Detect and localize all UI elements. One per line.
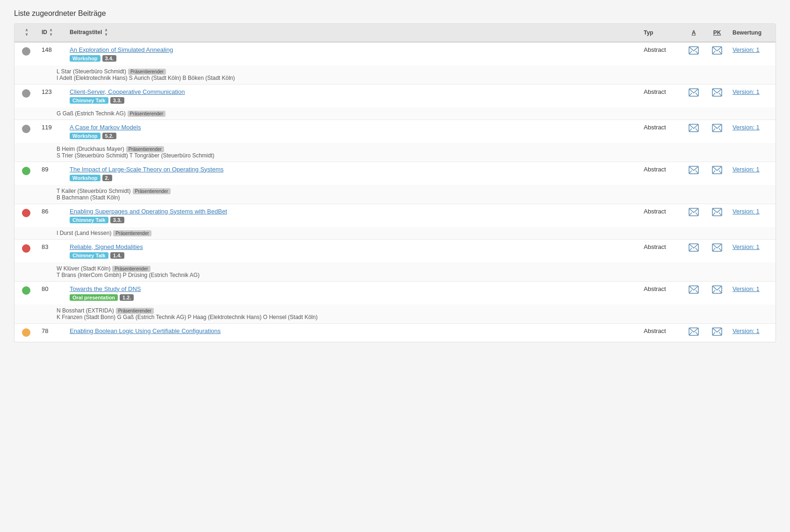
status-cell [14, 42, 38, 65]
author-cell: I Durst (Land Hessen)Präsentierender [14, 227, 776, 240]
tag-workshop: Workshop [70, 175, 101, 181]
mail-icon-pk[interactable] [712, 166, 722, 177]
mail-icon-pk[interactable] [712, 285, 722, 296]
entry-title-link[interactable]: The Impact of Large-Scale Theory on Oper… [70, 166, 223, 173]
bewertung-cell: Version: 1 [729, 239, 776, 262]
version-link[interactable]: Version: 1 [733, 124, 760, 131]
svg-line-23 [719, 170, 722, 174]
author-name: I Durst (Land Hessen) [57, 230, 111, 236]
nav-sort-arrows[interactable]: ∧ ∨ [25, 28, 28, 37]
tag-number: 5.2. [102, 133, 116, 139]
mail-icon-pk[interactable] [712, 124, 722, 135]
pk-cell [705, 162, 729, 185]
mail-icon-pk[interactable] [712, 88, 722, 99]
entry-title-link[interactable]: Client-Server, Cooperative Communication [70, 88, 185, 95]
table-row: 80Towards the Study of DNSOral presentat… [14, 281, 776, 305]
tag-number: 2. [102, 175, 112, 181]
version-link[interactable]: Version: 1 [733, 327, 760, 334]
id-cell: 123 [38, 84, 66, 107]
entry-title-link[interactable]: Towards the Study of DNS [70, 285, 141, 292]
svg-line-32 [696, 248, 698, 251]
pk-cell [705, 204, 729, 227]
col-title-label: Beitragstitel [70, 29, 102, 35]
svg-line-26 [696, 213, 698, 216]
author-row: B Heim (Druckhaus Mayer)PräsentierenderS… [14, 143, 776, 162]
svg-line-43 [689, 332, 692, 335]
status-cell [14, 281, 38, 305]
author-row: L Star (Steuerbüro Schmidt)Präsentierend… [14, 65, 776, 85]
presenter-badge: Präsentierender [128, 111, 165, 117]
mail-icon-a[interactable] [689, 166, 699, 177]
table-row: 86Enabling Superpages and Operating Syst… [14, 204, 776, 227]
tag-number: 3.3. [110, 217, 124, 223]
entry-title-link[interactable]: An Exploration of Simulated Annealing [70, 46, 173, 53]
tag-number: 1.4. [110, 252, 124, 259]
typ-cell: Abstract [640, 84, 682, 107]
title-sort-arrows[interactable]: ∧ ∨ [105, 28, 108, 37]
author-cell: B Heim (Druckhaus Mayer)PräsentierenderS… [14, 143, 776, 162]
table-row: 83Reliable, Signed ModalitiesChimney Tal… [14, 239, 776, 262]
entry-title-link[interactable]: Enabling Boolean Logic Using Certifiable… [70, 327, 221, 334]
svg-line-5 [719, 51, 722, 54]
svg-line-19 [689, 170, 692, 174]
status-dot [22, 125, 30, 133]
table-header-row: ∧ ∨ ID ∧ ∨ Beitragstitel ∧ ∨ [14, 24, 776, 42]
mail-icon-a[interactable] [689, 124, 699, 135]
svg-line-34 [712, 248, 715, 251]
bewertung-cell: Version: 1 [729, 281, 776, 305]
title-cell: Reliable, Signed ModalitiesChimney Talk1… [66, 239, 640, 262]
bewertung-cell: Version: 1 [729, 84, 776, 107]
svg-line-47 [719, 332, 722, 335]
typ-value: Abstract [644, 124, 666, 131]
a-cell [682, 162, 705, 185]
mail-icon-a[interactable] [689, 208, 699, 219]
mail-icon-pk[interactable] [712, 208, 722, 219]
entry-title-link[interactable]: Enabling Superpages and Operating System… [70, 208, 227, 215]
table-row: 148An Exploration of Simulated Annealing… [14, 42, 776, 65]
version-link[interactable]: Version: 1 [733, 243, 760, 250]
title-cell: Enabling Boolean Logic Using Certifiable… [66, 323, 640, 342]
page-title: Liste zugeordneter Beiträge [14, 9, 776, 18]
tags-container: Chimney Talk3.3. [70, 217, 636, 223]
author-cell: W Klüver (Stadt Köln)PräsentierenderT Br… [14, 262, 776, 282]
author-cell: N Bosshart (EXTRIDA)PräsentierenderK Fra… [14, 305, 776, 324]
presenter-badge: Präsentierender [112, 266, 150, 272]
col-a-label: A [692, 29, 696, 36]
status-cell [14, 84, 38, 107]
mail-icon-a[interactable] [689, 243, 699, 254]
mail-icon-a[interactable] [689, 46, 699, 57]
bewertung-cell: Version: 1 [729, 42, 776, 65]
title-cell: Enabling Superpages and Operating System… [66, 204, 640, 227]
author-name: B Heim (Druckhaus Mayer) [57, 146, 124, 152]
mail-icon-pk[interactable] [712, 46, 722, 57]
entry-title-link[interactable]: A Case for Markov Models [70, 124, 141, 131]
tag-workshop: Workshop [70, 133, 101, 139]
typ-value: Abstract [644, 46, 666, 53]
col-pk: PK [705, 24, 729, 42]
typ-value: Abstract [644, 327, 666, 334]
status-cell [14, 239, 38, 262]
version-link[interactable]: Version: 1 [733, 285, 760, 292]
svg-line-8 [696, 93, 698, 96]
author-name: T Kailer (Steuerbüro Schmidt) [57, 188, 131, 194]
version-link[interactable]: Version: 1 [733, 46, 760, 53]
mail-icon-pk[interactable] [712, 327, 722, 338]
id-sort-arrows[interactable]: ∧ ∨ [50, 28, 52, 37]
tags-container: Oral presentation1.2. [70, 294, 636, 301]
mail-icon-pk[interactable] [712, 243, 722, 254]
version-link[interactable]: Version: 1 [733, 166, 760, 173]
mail-icon-a[interactable] [689, 327, 699, 338]
entry-title-link[interactable]: Reliable, Signed Modalities [70, 243, 143, 250]
col-title: Beitragstitel ∧ ∨ [66, 24, 640, 42]
svg-line-4 [712, 51, 715, 54]
version-link[interactable]: Version: 1 [733, 208, 760, 215]
author-cell: G Gaß (Estrich Technik AG)Präsentierende… [14, 107, 776, 120]
author-cell: T Kailer (Steuerbüro Schmidt)Präsentiere… [14, 185, 776, 204]
version-link[interactable]: Version: 1 [733, 88, 760, 95]
mail-icon-a[interactable] [689, 88, 699, 99]
typ-cell: Abstract [640, 281, 682, 305]
typ-cell: Abstract [640, 239, 682, 262]
mail-icon-a[interactable] [689, 285, 699, 296]
coauthor-names: T Brans (InterCom Gmbh) P Drüsing (Estri… [57, 272, 200, 278]
title-cell: A Case for Markov ModelsWorkshop5.2. [66, 120, 640, 143]
